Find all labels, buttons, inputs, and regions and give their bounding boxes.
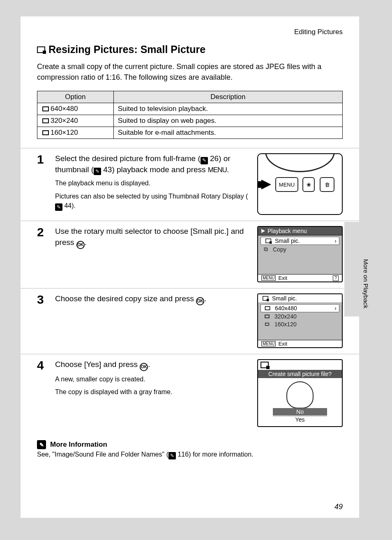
size-icon — [42, 130, 49, 135]
menu-tag: MENU — [261, 341, 276, 346]
small-pic-icon — [265, 239, 271, 243]
table-row: 320×240 Suited to display on web pages. — [37, 115, 343, 127]
step-4: 4 Choose [Yes] and press OK. A new, smal… — [21, 354, 359, 433]
title-text: Resizing Pictures: Small Picture — [48, 44, 205, 55]
step-1: 1 Select the desired picture from full-f… — [21, 148, 359, 221]
sample-picture-icon — [286, 381, 314, 408]
confirm-yes[interactable]: Yes — [273, 416, 327, 423]
exit-label[interactable]: Exit — [278, 275, 287, 281]
size-icon — [265, 315, 269, 318]
size-icon — [42, 118, 49, 123]
step-number: 1 — [37, 153, 48, 215]
desc-640: Suited to television playback. — [113, 103, 342, 115]
step1-illustration: MENU ❀ 🗑 — [257, 153, 343, 215]
chevron-right-icon: › — [334, 305, 337, 312]
step4-sub2: The copy is displayed with a gray frame. — [55, 387, 251, 397]
page-title: Resizing Pictures: Small Picture — [21, 44, 359, 55]
desc-160: Suitable for e-mail attachments. — [113, 127, 342, 139]
size-options-table: Option Description 640×480 Suited to tel… — [37, 91, 343, 139]
help-icon[interactable]: ? — [333, 275, 339, 281]
opt-320: 320×240 — [51, 117, 78, 125]
step1-sub1: The playback menu is displayed. — [55, 178, 251, 188]
step1-text: Select the desired picture from full-fra… — [55, 153, 251, 175]
step-number: 3 — [37, 293, 48, 348]
info-icon: ✎ — [37, 440, 46, 449]
menu-item-copy[interactable]: ⧉Copy — [261, 245, 339, 253]
page-ref-icon: ✎ — [168, 452, 176, 459]
page-ref-icon: ✎ — [55, 203, 62, 211]
step4-sub1: A new, smaller copy is created. — [55, 374, 251, 384]
small-pic-icon — [37, 46, 45, 53]
size-icon — [42, 106, 49, 111]
step-2: 2 Use the rotary multi selector to choos… — [21, 221, 359, 288]
ok-icon: OK — [196, 297, 204, 305]
menu-tag: MENU — [261, 275, 276, 281]
mode-dial-icon — [265, 153, 335, 172]
step-3: 3 Choose the desired copy size and press… — [21, 288, 359, 354]
menu-button[interactable]: MENU — [275, 177, 298, 192]
col-description: Description — [113, 91, 342, 103]
menu-item-small-pic[interactable]: Small pic.› — [261, 237, 339, 245]
macro-button[interactable]: ❀ — [302, 177, 315, 192]
step-number: 4 — [37, 359, 48, 427]
ok-icon: OK — [140, 363, 148, 371]
size-option-320[interactable]: 320x240 — [261, 313, 339, 320]
size-icon — [265, 323, 269, 326]
step4-screen: Create small picture file? No Yes — [257, 359, 343, 427]
small-pic-icon — [261, 362, 269, 368]
page-ref-icon: ✎ — [94, 168, 101, 175]
screen-footer: MENU Exit ? — [258, 274, 342, 282]
playback-icon — [261, 229, 265, 233]
menu-label: MENU — [208, 166, 227, 174]
step4-text: Choose [Yes] and press OK. — [55, 359, 251, 371]
chevron-right-icon: › — [334, 238, 337, 244]
confirm-question: Create small picture file? — [258, 370, 342, 378]
delete-button[interactable]: 🗑 — [320, 177, 334, 192]
section-header: Editing Pictures — [21, 16, 359, 44]
opt-640: 640×480 — [51, 105, 78, 113]
step3-text: Choose the desired copy size and press O… — [55, 293, 251, 305]
copy-icon: ⧉ — [264, 246, 270, 253]
screen-title: Small pic. — [258, 294, 342, 303]
arrow-icon — [261, 180, 271, 189]
exit-label[interactable]: Exit — [278, 341, 287, 347]
desc-320: Suited to display on web pages. — [113, 115, 342, 127]
step1-sub2: Pictures can also be selected by using T… — [55, 192, 251, 211]
table-row: 640×480 Suited to television playback. — [37, 103, 343, 115]
more-info-heading: More Information — [50, 441, 107, 449]
more-information: ✎ More Information See, "Image/Sound Fil… — [21, 433, 359, 459]
side-tab-label: More on Playback — [362, 259, 369, 308]
size-option-640[interactable]: 640x480› — [261, 304, 339, 312]
step2-screen: Playback menu Small pic.› ⧉Copy MENU Exi… — [257, 226, 343, 282]
opt-160: 160×120 — [51, 129, 78, 136]
confirm-no[interactable]: No — [273, 408, 327, 415]
page-ref-icon: ✎ — [201, 157, 208, 164]
step2-text: Use the rotary multi selector to choose … — [55, 226, 251, 249]
page-number: 49 — [334, 503, 343, 511]
ok-icon: OK — [76, 241, 85, 249]
step3-screen: Small pic. 640x480› 320x240 160x120 MENU… — [257, 293, 343, 348]
small-pic-icon — [263, 296, 268, 301]
intro-text: Create a small copy of the current pictu… — [21, 55, 359, 91]
size-icon — [265, 306, 270, 310]
col-option: Option — [37, 91, 114, 103]
screen-title: Playback menu — [258, 227, 342, 235]
step-number: 2 — [37, 226, 48, 282]
screen-footer: MENU Exit — [258, 340, 342, 347]
size-option-160[interactable]: 160x120 — [261, 321, 339, 328]
table-row: 160×120 Suitable for e-mail attachments. — [37, 127, 343, 139]
more-info-body: See, "Image/Sound File and Folder Names"… — [37, 451, 343, 459]
thumb-tab — [344, 222, 359, 316]
